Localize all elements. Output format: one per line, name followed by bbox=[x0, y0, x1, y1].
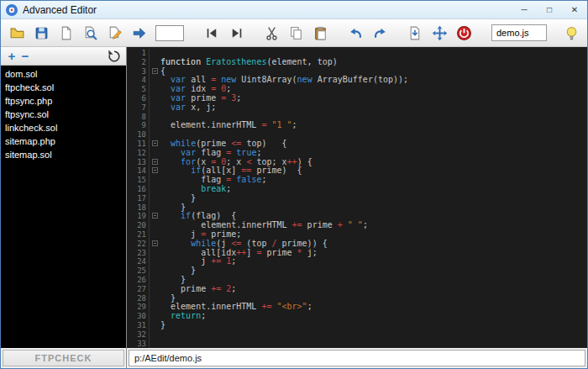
line-number: 24 bbox=[127, 257, 150, 266]
editor[interactable]: 12function Eratosthenes(element, top)3-{… bbox=[127, 47, 587, 348]
open-button[interactable] bbox=[6, 22, 28, 44]
open-icon bbox=[9, 25, 25, 41]
move-button[interactable] bbox=[428, 22, 450, 44]
refresh-icon bbox=[107, 49, 122, 64]
import-button[interactable] bbox=[404, 22, 426, 44]
new-file-button[interactable] bbox=[55, 22, 76, 44]
code-text: element.innerHTML = "1 "; bbox=[160, 121, 587, 130]
line-number: 19 bbox=[127, 212, 150, 221]
code-text: var prime = 3; bbox=[160, 94, 587, 103]
fold-gutter bbox=[150, 294, 160, 303]
line-number: 4 bbox=[127, 76, 150, 85]
line-number: 15 bbox=[127, 176, 150, 185]
code-line[interactable]: 27 prime += 2; bbox=[127, 285, 587, 294]
window-title: Advanced Editor bbox=[23, 4, 97, 16]
sidebar-header: + − bbox=[1, 47, 126, 66]
paste-button[interactable] bbox=[309, 22, 331, 44]
sidebar-status: FTPCHECK bbox=[3, 350, 124, 366]
line-number: 33 bbox=[127, 340, 150, 349]
exit-icon bbox=[456, 25, 472, 41]
line-number: 28 bbox=[127, 294, 150, 303]
minimize-button[interactable]: ─ bbox=[512, 1, 537, 18]
code-line[interactable]: 33 bbox=[127, 340, 587, 349]
save-button[interactable] bbox=[30, 22, 52, 44]
redo-button[interactable] bbox=[369, 22, 391, 44]
code-line[interactable]: 2function Eratosthenes(element, top) bbox=[127, 58, 587, 67]
code-line[interactable]: 25 } bbox=[127, 266, 587, 276]
undo-button[interactable] bbox=[344, 22, 366, 44]
copy-icon bbox=[288, 25, 304, 41]
fold-gutter bbox=[150, 321, 160, 330]
line-number: 31 bbox=[127, 321, 150, 330]
line-number: 17 bbox=[127, 194, 150, 203]
fold-gutter bbox=[150, 76, 160, 85]
code-line[interactable]: 32 bbox=[127, 330, 587, 340]
line-number: 6 bbox=[127, 94, 150, 103]
fold-gutter bbox=[150, 58, 160, 67]
file-list-item[interactable]: ftpsync.sol bbox=[1, 108, 126, 121]
add-file-button[interactable]: + bbox=[5, 49, 18, 64]
search-button[interactable] bbox=[79, 22, 101, 44]
fold-marker[interactable]: - bbox=[150, 166, 160, 176]
line-number: 27 bbox=[127, 285, 150, 294]
fold-gutter bbox=[150, 230, 160, 240]
import-icon bbox=[407, 25, 423, 41]
cut-button[interactable] bbox=[260, 22, 282, 44]
code-text: var x, j; bbox=[160, 103, 587, 113]
file-list-item[interactable]: linkcheck.sol bbox=[1, 121, 126, 134]
remove-file-button[interactable]: − bbox=[18, 49, 32, 64]
line-number: 21 bbox=[127, 230, 150, 240]
fold-marker[interactable]: - bbox=[150, 140, 160, 149]
file-path-bar[interactable]: p:/AEdit/demo.js bbox=[129, 350, 585, 366]
fold-marker[interactable]: - bbox=[150, 67, 160, 76]
back-button[interactable] bbox=[201, 22, 223, 44]
fold-gutter bbox=[150, 194, 160, 203]
file-list-item[interactable]: dom.sol bbox=[1, 67, 126, 81]
line-number: 30 bbox=[127, 312, 150, 321]
file-list-item[interactable]: ftpsync.php bbox=[1, 94, 126, 108]
bulb-button[interactable] bbox=[560, 22, 582, 44]
line-number: 12 bbox=[127, 149, 150, 158]
sidebar: + − dom.solftpcheck.solftpsync.phpftpsyn… bbox=[1, 47, 127, 368]
close-button[interactable]: ✕ bbox=[562, 1, 587, 18]
filename-input[interactable] bbox=[491, 24, 547, 41]
refresh-button[interactable] bbox=[107, 49, 122, 64]
goto-button[interactable] bbox=[128, 22, 150, 44]
line-number: 18 bbox=[127, 203, 150, 213]
line-number: 8 bbox=[127, 113, 150, 122]
code-line[interactable]: 16 break; bbox=[127, 185, 587, 194]
code-line[interactable]: 7 var x, j; bbox=[127, 103, 587, 113]
code-line[interactable]: 30 return; bbox=[127, 312, 587, 321]
copy-button[interactable] bbox=[285, 22, 307, 44]
line-number: 9 bbox=[127, 121, 150, 130]
code-line[interactable]: 24 j += 1; bbox=[127, 257, 587, 266]
exit-button[interactable] bbox=[453, 22, 475, 44]
file-list-item[interactable]: ftpcheck.sol bbox=[1, 81, 126, 94]
code-line[interactable]: 31} bbox=[127, 321, 587, 330]
fold-gutter bbox=[150, 312, 160, 321]
fold-marker[interactable]: - bbox=[150, 240, 160, 249]
goto-input[interactable] bbox=[155, 25, 184, 41]
fold-marker[interactable]: - bbox=[150, 212, 160, 221]
file-list: dom.solftpcheck.solftpsync.phpftpsync.so… bbox=[1, 66, 126, 348]
edit-button[interactable] bbox=[103, 22, 125, 44]
app-window: Advanced Editor ─ □ ✕ bbox=[0, 0, 588, 369]
line-number: 29 bbox=[127, 303, 150, 312]
cut-icon bbox=[264, 25, 280, 41]
fold-gutter bbox=[150, 221, 160, 230]
line-number: 13 bbox=[127, 158, 150, 167]
code-line[interactable]: 9 element.innerHTML = "1 "; bbox=[127, 121, 587, 130]
code-text: function Eratosthenes(element, top) bbox=[160, 58, 587, 67]
line-number: 7 bbox=[127, 103, 150, 113]
file-list-item[interactable]: sitemap.php bbox=[1, 134, 126, 148]
line-number: 3 bbox=[127, 67, 150, 76]
titlebar[interactable]: Advanced Editor ─ □ ✕ bbox=[1, 1, 587, 19]
forward-button[interactable] bbox=[225, 22, 247, 44]
fold-marker[interactable]: - bbox=[150, 158, 160, 167]
maximize-button[interactable]: □ bbox=[537, 1, 562, 18]
code-line[interactable]: 17 } bbox=[127, 194, 587, 203]
fold-gutter bbox=[150, 340, 160, 349]
line-number: 2 bbox=[127, 58, 150, 67]
file-list-item[interactable]: sitemap.sol bbox=[1, 148, 126, 161]
line-number: 10 bbox=[127, 130, 150, 140]
